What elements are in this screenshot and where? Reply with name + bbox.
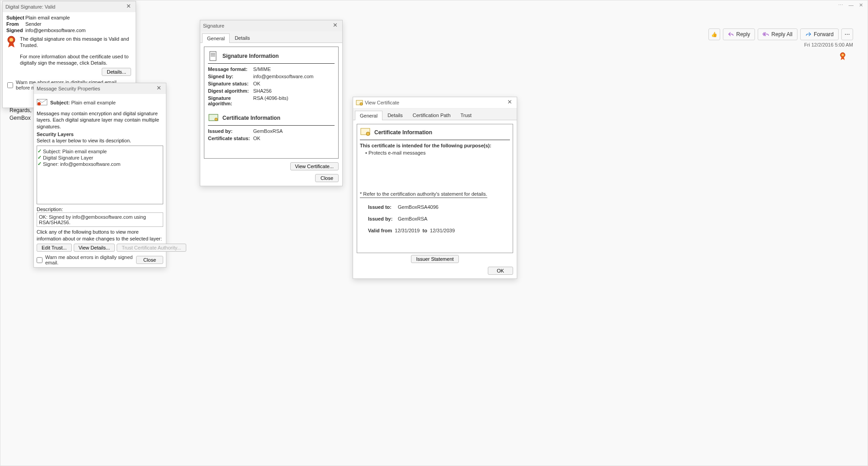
window-controls: ⋯ — ✕ [838, 2, 863, 8]
svg-point-5 [38, 102, 41, 105]
titlebar[interactable]: View Certificate ✕ [353, 97, 517, 108]
ribbon-seal-icon [6, 36, 16, 49]
security-layers-heading: Security Layers [37, 132, 163, 137]
intro-text: Messages may contain encryption and digi… [37, 110, 163, 130]
tab-trust[interactable]: Trust [456, 110, 477, 120]
close-icon[interactable]: ✕ [154, 85, 163, 92]
close-button[interactable]: Close [315, 174, 339, 182]
ellipsis-icon: ⋯ [844, 31, 850, 38]
refer-block: * Refer to the certification authority's… [360, 191, 487, 233]
issuer-statement-button[interactable]: Issuer Statement [411, 255, 458, 263]
description-label: Description: [37, 206, 163, 212]
issued-to-label: Issued to: [368, 204, 398, 210]
dialog-title: Signature [203, 23, 330, 28]
view-certificate-button[interactable]: View Certificate... [290, 162, 339, 170]
body-line: GemBox [9, 114, 37, 122]
edit-trust-button[interactable]: Edit Trust... [37, 244, 72, 252]
subject-value: Plain email example [71, 100, 115, 105]
valid-trusted-text: The digital signature on this message is… [20, 36, 132, 49]
certificate-icon [208, 113, 219, 123]
cert-status-label: Certificate status: [208, 136, 253, 141]
like-button[interactable]: 👍 [708, 28, 720, 40]
sigalg-value: RSA (4096-bits) [253, 95, 335, 106]
reply-all-label: Reply All [771, 31, 793, 38]
dialog-title: View Certificate [365, 100, 505, 105]
reply-toolbar: 👍 Reply Reply All Forward ⋯ [708, 28, 853, 40]
reply-all-button[interactable]: Reply All [758, 28, 797, 40]
valid-to-value: 12/31/2039 [430, 228, 455, 233]
svg-point-3 [9, 38, 13, 42]
button-help-text: Click any of the following buttons to vi… [37, 229, 163, 242]
reply-button[interactable]: Reply [723, 28, 755, 40]
signed-value: info@gemboxsoftware.com [25, 28, 132, 33]
trust-ca-button[interactable]: Trust Certificate Authority... [117, 244, 186, 252]
close-button[interactable]: Close [136, 256, 163, 264]
tab-certification-path[interactable]: Certification Path [408, 110, 456, 120]
tab-general[interactable]: General [202, 33, 230, 43]
close-icon[interactable]: ✕ [859, 2, 863, 8]
digest-value: SHA256 [253, 88, 335, 94]
forward-label: Forward [814, 31, 834, 38]
tree-item-signer[interactable]: ✓Signer: info@gemboxsoftware.com [38, 161, 162, 167]
subject-label: Subject: [50, 100, 70, 105]
select-layer-text: Select a layer below to view its descrip… [37, 137, 163, 144]
issued-by-label: Issued by: [368, 216, 398, 221]
titlebar[interactable]: Digital Signature: Valid ✕ [3, 1, 136, 12]
close-icon[interactable]: ✕ [330, 22, 340, 29]
tree-item-subject[interactable]: ✓Subject: Plain email example [38, 148, 162, 154]
minimize-icon[interactable]: — [849, 2, 854, 8]
issued-by-label: Issued by: [208, 128, 253, 134]
to-label: to [423, 228, 427, 233]
titlebar[interactable]: Message Security Properties ✕ [34, 83, 166, 94]
purpose-item: • Protects e-mail messages [360, 150, 510, 155]
envelope-seal-icon [37, 98, 47, 108]
tab-details[interactable]: Details [230, 33, 255, 42]
forward-button[interactable]: Forward [800, 28, 839, 40]
valid-from-label: Valid from [368, 228, 392, 233]
digest-label: Digest algorithm: [208, 88, 253, 94]
warn-label: Warn me about errors in digitally signed… [45, 254, 136, 265]
warn-checkbox[interactable] [7, 82, 13, 88]
sig-status-label: Signature status: [208, 81, 253, 86]
message-security-dialog: Message Security Properties ✕ Subject: P… [33, 83, 166, 268]
signed-badge-icon[interactable] [840, 52, 846, 62]
ok-button[interactable]: OK [488, 267, 513, 275]
sigalg-label: Signature algorithm: [208, 95, 253, 106]
tree-item-signature-layer[interactable]: ✓Digital Signature Layer [38, 155, 162, 160]
more-info-text: For more information about the certifica… [20, 53, 132, 66]
layers-tree[interactable]: ✓Subject: Plain email example ✓Digital S… [37, 146, 163, 204]
check-icon: ✓ [38, 155, 42, 160]
view-certificate-dialog: View Certificate ✕ General Details Certi… [353, 97, 517, 279]
certificate-badge-icon [360, 127, 371, 138]
cert-info-heading: Certificate Information [222, 115, 280, 121]
sig-status-value: OK [253, 81, 335, 86]
subject-label: Subject [6, 15, 25, 20]
issued-to-value: GemBoxRSA4096 [398, 204, 439, 210]
tab-general[interactable]: General [355, 111, 382, 120]
details-button[interactable]: Details... [102, 68, 131, 76]
close-icon[interactable]: ✕ [124, 3, 133, 10]
from-label: From [6, 21, 25, 27]
thumb-up-icon: 👍 [711, 32, 717, 38]
more-dots-icon[interactable]: ⋯ [838, 2, 843, 8]
dialog-title: Message Security Properties [37, 86, 154, 91]
signed-label: Signed [6, 28, 25, 33]
info-panel: Signature Information Message format:S/M… [204, 47, 339, 159]
more-actions-button[interactable]: ⋯ [841, 28, 853, 40]
refer-text: * Refer to the certification authority's… [360, 191, 487, 197]
forward-arrow-icon [805, 31, 811, 38]
tab-details[interactable]: Details [382, 110, 408, 120]
view-details-button[interactable]: View Details... [74, 244, 115, 252]
from-value: Sender [25, 21, 132, 27]
cert-info-panel: Certificate Information This certificate… [357, 124, 513, 253]
purpose-heading: This certificate is intended for the fol… [360, 143, 510, 148]
titlebar[interactable]: Signature ✕ [200, 20, 342, 31]
document-icon [208, 51, 219, 61]
check-icon: ✓ [38, 148, 42, 154]
signature-info-heading: Signature Information [222, 53, 279, 59]
signed-by-label: Signed by: [208, 74, 253, 79]
description-box: OK: Signed by info@gemboxsoftware.com us… [37, 212, 163, 227]
check-icon: ✓ [38, 161, 42, 167]
close-icon[interactable]: ✕ [505, 99, 514, 106]
warn-checkbox[interactable] [37, 257, 42, 263]
